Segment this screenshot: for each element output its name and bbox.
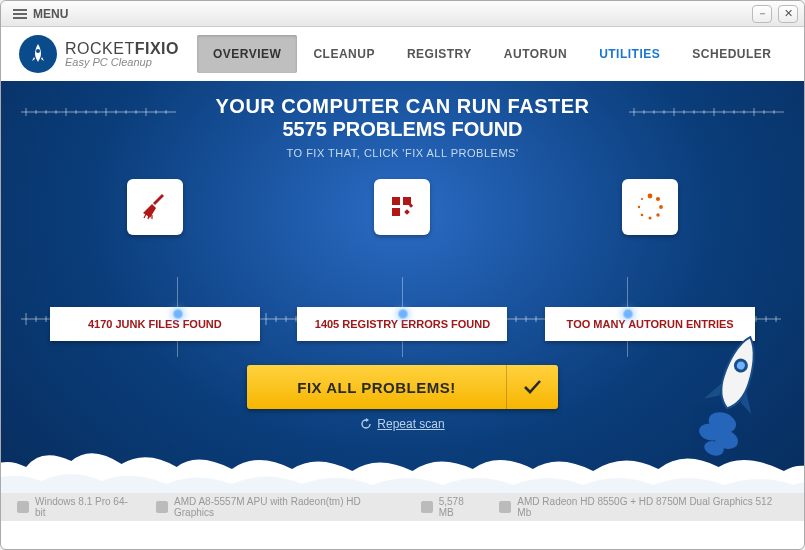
category-junk — [45, 179, 265, 235]
fix-all-button[interactable]: FIX ALL PROBLEMS! — [247, 365, 558, 409]
status-footer: Windows 8.1 Pro 64-bit AMD A8-5557M APU … — [1, 493, 804, 521]
tab-utilities[interactable]: UTILITIES — [583, 35, 676, 73]
ram-icon — [421, 501, 433, 513]
windows-icon — [17, 501, 29, 513]
timeline-node — [623, 309, 633, 319]
svg-point-40 — [659, 205, 663, 209]
header: ROCKETFIXIO Easy PC Cleanup OVERVIEW CLE… — [1, 27, 804, 81]
category-autorun — [540, 179, 760, 235]
fix-all-label: FIX ALL PROBLEMS! — [247, 379, 506, 396]
minimize-button[interactable]: － — [752, 5, 772, 23]
brand-name: ROCKETFIXIO — [65, 41, 179, 57]
brand-tagline: Easy PC Cleanup — [65, 57, 179, 68]
category-icons-row — [1, 159, 804, 235]
svg-point-45 — [641, 198, 643, 200]
nav-tabs: OVERVIEW CLEANUP REGISTRY AUTORUN UTILIT… — [197, 35, 788, 73]
category-registry — [292, 179, 512, 235]
svg-point-41 — [656, 213, 659, 216]
svg-rect-33 — [392, 197, 400, 205]
main-panel: YOUR COMPUTER CAN RUN FASTER 5575 PROBLE… — [1, 81, 804, 521]
svg-point-43 — [641, 214, 644, 217]
svg-point-39 — [656, 197, 660, 201]
repeat-scan-link[interactable]: Repeat scan — [360, 417, 444, 431]
repeat-scan-label: Repeat scan — [377, 417, 444, 431]
broom-icon — [127, 179, 183, 235]
window-controls: － ✕ — [752, 5, 798, 23]
headline-line3: TO FIX THAT, CLICK 'FIX ALL PROBLEMS' — [1, 147, 804, 159]
rocket-badge-icon — [19, 35, 57, 73]
svg-rect-36 — [405, 209, 411, 215]
footer-gpu: AMD Radeon HD 8550G + HD 8750M Dual Grap… — [499, 496, 788, 518]
tab-cleanup[interactable]: CLEANUP — [297, 35, 391, 73]
footer-ram: 5,578 MB — [421, 496, 482, 518]
headline-line1: YOUR COMPUTER CAN RUN FASTER — [1, 95, 804, 118]
tab-registry[interactable]: REGISTRY — [391, 35, 488, 73]
tab-autorun[interactable]: AUTORUN — [488, 35, 583, 73]
svg-rect-34 — [403, 197, 411, 205]
gpu-icon — [499, 501, 511, 513]
footer-cpu: AMD A8-5557M APU with Radeon(tm) HD Grap… — [156, 496, 403, 518]
cpu-icon — [156, 501, 168, 513]
headline: YOUR COMPUTER CAN RUN FASTER 5575 PROBLE… — [1, 81, 804, 159]
menu-label: MENU — [33, 7, 68, 21]
refresh-icon — [360, 418, 372, 430]
loading-spinner-icon — [622, 179, 678, 235]
menu-button[interactable]: MENU — [7, 5, 74, 23]
svg-point-38 — [648, 194, 653, 199]
result-junk[interactable]: 4170 JUNK FILES FOUND — [50, 307, 260, 341]
svg-rect-35 — [392, 208, 400, 216]
registry-blocks-icon — [374, 179, 430, 235]
titlebar: MENU － ✕ — [1, 1, 804, 27]
checkmark-icon — [506, 365, 558, 409]
svg-point-0 — [36, 49, 40, 53]
brand-logo: ROCKETFIXIO Easy PC Cleanup — [19, 35, 179, 73]
hamburger-icon — [13, 7, 27, 21]
tab-overview[interactable]: OVERVIEW — [197, 35, 297, 73]
svg-point-44 — [638, 206, 640, 208]
timeline-node — [173, 309, 183, 319]
svg-point-42 — [649, 217, 652, 220]
footer-os: Windows 8.1 Pro 64-bit — [17, 496, 138, 518]
app-window: MENU － ✕ ROCKETFIXIO Easy PC Cleanup OVE… — [0, 0, 805, 550]
close-button[interactable]: ✕ — [778, 5, 798, 23]
tab-scheduler[interactable]: SCHEDULER — [676, 35, 787, 73]
headline-line2: 5575 PROBLEMS FOUND — [1, 118, 804, 141]
timeline-node — [398, 309, 408, 319]
